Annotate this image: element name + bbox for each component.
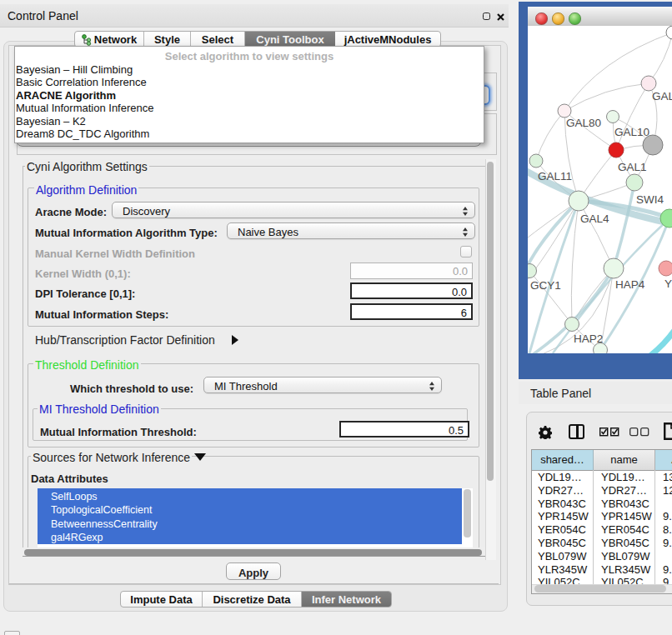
svg-text:GAL1: GAL1: [618, 161, 647, 173]
svg-text:HAP4: HAP4: [615, 278, 645, 291]
svg-text:Y: Y: [664, 278, 672, 290]
svg-text:GCY1: GCY1: [530, 279, 561, 292]
svg-text:GAL11: GAL11: [538, 170, 572, 182]
svg-text:GAL7: GAL7: [652, 90, 672, 102]
svg-text:GAL80: GAL80: [566, 117, 601, 129]
svg-text:GAL10: GAL10: [614, 126, 649, 138]
svg-text:SWI4: SWI4: [636, 193, 664, 206]
svg-text:HAP2: HAP2: [574, 332, 603, 345]
svg-text:GAL4: GAL4: [580, 212, 609, 225]
